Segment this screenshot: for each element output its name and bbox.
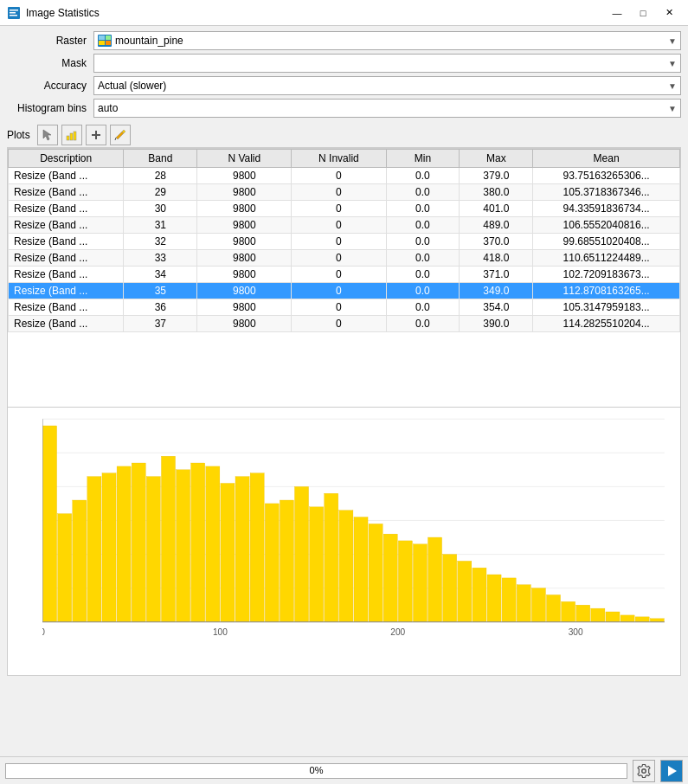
settings-button[interactable] — [633, 760, 655, 782]
table-cell: 401.0 — [460, 201, 533, 217]
title-bar: Image Statistics — □ ✕ — [0, 0, 688, 26]
table-row[interactable]: Resize (Band ...35980000.0349.0112.87081… — [9, 283, 680, 299]
accuracy-select[interactable]: Actual (slower) ▼ — [93, 76, 681, 95]
svg-text:200: 200 — [390, 627, 405, 637]
table-body: Resize (Band ...28980000.0379.093.751632… — [9, 168, 680, 332]
svg-rect-7 — [99, 41, 105, 45]
table-cell: 114.2825510204... — [533, 316, 680, 332]
table-cell: Resize (Band ... — [9, 234, 124, 250]
table-row[interactable]: Resize (Band ...29980000.0380.0105.37183… — [9, 184, 680, 201]
mask-select[interactable]: ▼ — [93, 54, 681, 73]
svg-rect-52 — [369, 524, 383, 621]
table-cell: 0 — [292, 283, 386, 299]
table-row[interactable]: Resize (Band ...36980000.0354.0105.31479… — [9, 299, 680, 316]
table-row[interactable]: Resize (Band ...37980000.0390.0114.28255… — [9, 316, 680, 332]
table-cell: 370.0 — [460, 234, 533, 250]
svg-rect-10 — [67, 136, 69, 140]
table-cell: 102.7209183673... — [533, 267, 680, 283]
app-icon — [7, 6, 21, 20]
histogram-svg: 01002003004005006000100200300 — [42, 414, 673, 649]
table-cell: 9800 — [197, 217, 292, 234]
table-cell: Resize (Band ... — [9, 250, 124, 267]
table-cell: 99.68551020408... — [533, 234, 680, 250]
svg-text:100: 100 — [213, 627, 228, 637]
svg-rect-68 — [606, 612, 620, 622]
svg-rect-70 — [635, 617, 649, 622]
histogram-bins-select[interactable]: auto ▼ — [93, 99, 681, 118]
table-row[interactable]: Resize (Band ...31980000.0489.0106.55520… — [9, 217, 680, 234]
pencil-icon — [114, 129, 126, 141]
table-cell: Resize (Band ... — [9, 299, 124, 316]
table-cell: 9800 — [197, 234, 292, 250]
svg-rect-69 — [620, 615, 634, 622]
table-cell: 0 — [292, 316, 386, 332]
table-cell: 371.0 — [460, 267, 533, 283]
statistics-table: Description Band N Valid N Invalid Min M… — [7, 148, 681, 408]
minimize-button[interactable]: — — [605, 4, 629, 22]
accuracy-label: Accuracy — [7, 80, 93, 92]
table-row[interactable]: Resize (Band ...33980000.0418.0110.65112… — [9, 250, 680, 267]
table-scroll[interactable]: Description Band N Valid N Invalid Min M… — [8, 149, 680, 407]
window-body: Raster mountain_pine ▼ Mask ▼ — [0, 26, 688, 681]
header-ninvalid: N Invalid — [292, 150, 386, 168]
svg-rect-62 — [517, 585, 530, 622]
svg-rect-42 — [221, 483, 235, 621]
bar-chart-icon — [66, 129, 78, 141]
maximize-button[interactable]: □ — [631, 4, 655, 22]
accuracy-row: Accuracy Actual (slower) ▼ — [7, 76, 681, 95]
svg-rect-1 — [10, 10, 18, 11]
header-description: Description — [9, 150, 124, 168]
table-cell: Resize (Band ... — [9, 201, 124, 217]
table-cell: 0.0 — [386, 267, 460, 283]
table-cell: 0 — [292, 201, 386, 217]
table-cell: Resize (Band ... — [9, 316, 124, 332]
table-row[interactable]: Resize (Band ...28980000.0379.093.751632… — [9, 168, 680, 184]
svg-rect-71 — [650, 619, 664, 622]
cursor-icon — [42, 129, 54, 141]
raster-icon — [98, 35, 112, 47]
histogram-bins-row: Histogram bins auto ▼ — [7, 99, 681, 118]
table-cell: 31 — [124, 217, 197, 234]
header-nvalid: N Valid — [197, 150, 292, 168]
svg-rect-8 — [106, 41, 111, 45]
table-cell: 0 — [292, 217, 386, 234]
svg-rect-39 — [177, 470, 190, 622]
table-cell: 9800 — [197, 316, 292, 332]
svg-marker-9 — [43, 130, 51, 140]
svg-rect-34 — [102, 473, 116, 622]
select-tool-button[interactable] — [37, 125, 58, 145]
svg-rect-59 — [473, 568, 486, 622]
mask-dropdown-arrow: ▼ — [668, 59, 677, 68]
svg-rect-31 — [58, 514, 72, 622]
header-max: Max — [460, 150, 533, 168]
table-cell: 380.0 — [460, 184, 533, 201]
table-cell: 0.0 — [386, 283, 460, 299]
table-cell: 36 — [124, 299, 197, 316]
svg-rect-32 — [73, 500, 87, 622]
header-min: Min — [386, 150, 460, 168]
table-row[interactable]: Resize (Band ...30980000.0401.094.335918… — [9, 201, 680, 217]
svg-rect-47 — [294, 486, 308, 621]
table-cell: 0.0 — [386, 184, 460, 201]
add-plot-button[interactable] — [86, 125, 106, 145]
bar-chart-button[interactable] — [61, 125, 82, 145]
close-button[interactable]: ✕ — [657, 4, 681, 22]
table-cell: 33 — [124, 250, 197, 267]
table-row[interactable]: Resize (Band ...32980000.0370.099.685510… — [9, 234, 680, 250]
table-cell: 9800 — [197, 168, 292, 184]
table-cell: 0 — [292, 184, 386, 201]
edit-button[interactable] — [110, 125, 131, 145]
status-bar: 0% — [0, 756, 688, 784]
svg-rect-51 — [354, 517, 368, 622]
progress-label: 0% — [6, 765, 627, 775]
table-row[interactable]: Resize (Band ...34980000.0371.0102.72091… — [9, 267, 680, 283]
table-cell: 0 — [292, 299, 386, 316]
run-button[interactable] — [660, 760, 683, 782]
table-cell: 35 — [124, 283, 197, 299]
svg-rect-55 — [413, 544, 427, 622]
svg-rect-66 — [576, 605, 590, 622]
svg-rect-48 — [310, 507, 324, 622]
svg-rect-56 — [428, 537, 442, 622]
mask-row: Mask ▼ — [7, 54, 681, 73]
raster-select[interactable]: mountain_pine ▼ — [93, 31, 681, 50]
